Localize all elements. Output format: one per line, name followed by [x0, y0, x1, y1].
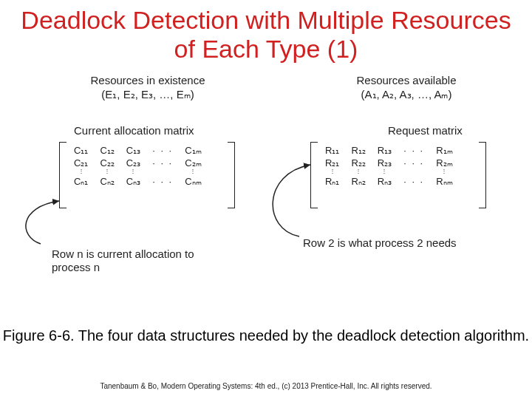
- matrix-cell: Rₙ₂: [345, 175, 371, 188]
- matrix-cell: ⋮: [179, 169, 207, 175]
- allocation-matrix: C₁₁ C₁₂ C₁₃ · · · C₁ₘ C₂₁ C₂₂ C₂₃ · · · …: [68, 144, 208, 188]
- matrix-row: C₂₁ C₂₂ C₂₃ · · · C₂ₘ: [68, 157, 208, 169]
- matrix-cell: R₁₂: [345, 144, 371, 157]
- matrix-cell: Cₙₘ: [179, 175, 207, 188]
- matrix-cell: · · ·: [398, 175, 430, 188]
- copyright-footer: Tanenbaum & Bo, Modern Operating Systems…: [0, 382, 532, 390]
- figure-caption: Figure 6-6. The four data structures nee…: [0, 327, 532, 345]
- available-label-block: Resources available (A₁, A₂, A₃, …, Aₘ): [310, 74, 502, 102]
- matrix-row: Rₙ₁ Rₙ₂ Rₙ₃ · · · Rₙₘ: [319, 175, 459, 188]
- request-matrix: R₁₁ R₁₂ R₁₃ · · · R₁ₘ R₂₁ R₂₂ R₂₃ · · · …: [319, 144, 459, 188]
- figure-area: Resources in existence (E₁, E₂, E₃, …, E…: [15, 74, 517, 310]
- matrix-cell: · · ·: [398, 144, 430, 157]
- matrix-cell: ⋮: [68, 169, 94, 175]
- right-arrow-icon: [259, 155, 325, 244]
- right-matrix-title: Request matrix: [388, 124, 463, 137]
- matrix-row: R₂₁ R₂₂ R₂₃ · · · R₂ₘ: [319, 157, 459, 169]
- slide-title: Deadlock Detection with Multiple Resourc…: [0, 0, 532, 66]
- matrix-cell: · · ·: [146, 157, 179, 169]
- matrix-cell: · · ·: [146, 144, 179, 157]
- right-bracket-close: [479, 142, 486, 208]
- matrix-cell: C₁₃: [120, 144, 146, 157]
- matrix-cell: ⋮: [120, 169, 146, 175]
- available-label: Resources available: [310, 74, 502, 88]
- matrix-cell: R₁ₘ: [430, 144, 458, 157]
- matrix-cell: Cₙ₁: [68, 175, 94, 188]
- right-row-note: Row 2 is what process 2 needs: [303, 236, 510, 250]
- matrix-cell: ⋮: [94, 169, 120, 175]
- matrix-cell: [398, 169, 430, 175]
- matrix-cell: C₁₂: [94, 144, 120, 157]
- matrix-cell: C₁₁: [68, 144, 94, 157]
- left-matrix-title: Current allocation matrix: [74, 124, 194, 137]
- matrix-row: ⋮ ⋮ ⋮ ⋮: [319, 169, 459, 175]
- left-arrow-icon: [15, 192, 74, 251]
- matrix-row: Cₙ₁ Cₙ₂ Cₙ₃ · · · Cₙₘ: [68, 175, 208, 188]
- matrix-cell: · · ·: [146, 175, 179, 188]
- existence-label: Resources in existence: [52, 74, 244, 88]
- matrix-cell: ⋮: [430, 169, 458, 175]
- matrix-cell: Rₙₘ: [430, 175, 458, 188]
- matrix-row: ⋮ ⋮ ⋮ ⋮: [68, 169, 208, 175]
- matrix-cell: [146, 169, 179, 175]
- existence-label-block: Resources in existence (E₁, E₂, E₃, …, E…: [52, 74, 244, 102]
- left-row-note: Row n is current allocation to process n: [52, 248, 222, 274]
- matrix-cell: R₁₃: [372, 144, 398, 157]
- matrix-cell: Cₙ₂: [94, 175, 120, 188]
- matrix-cell: ⋮: [345, 169, 371, 175]
- existence-vector: (E₁, E₂, E₃, …, Eₘ): [52, 88, 244, 102]
- matrix-cell: Rₙ₃: [372, 175, 398, 188]
- matrix-cell: ⋮: [372, 169, 398, 175]
- left-bracket-close: [228, 142, 235, 208]
- matrix-row: C₁₁ C₁₂ C₁₃ · · · C₁ₘ: [68, 144, 208, 157]
- available-vector: (A₁, A₂, A₃, …, Aₘ): [310, 88, 502, 102]
- matrix-row: R₁₁ R₁₂ R₁₃ · · · R₁ₘ: [319, 144, 459, 157]
- matrix-cell: C₁ₘ: [179, 144, 207, 157]
- matrix-cell: · · ·: [398, 157, 430, 169]
- matrix-cell: Cₙ₃: [120, 175, 146, 188]
